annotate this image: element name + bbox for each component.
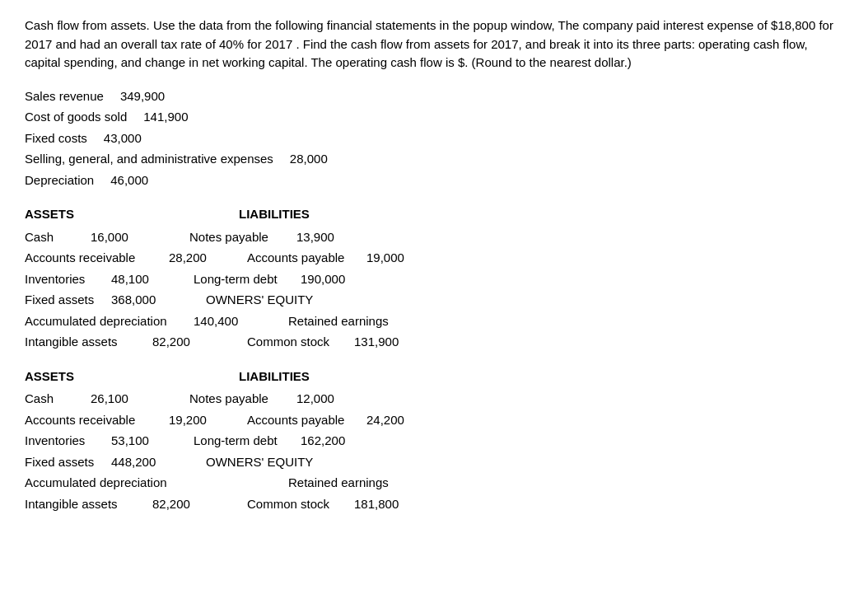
bs2016-ltd-label: Long-term debt [194,269,301,290]
bs2017-header: ASSETS LIABILITIES [25,366,843,387]
balance-sheet-2016: ASSETS LIABILITIES Cash 16,000 Notes pay… [25,204,843,353]
bs2016-fa-value: 368,000 [111,289,173,311]
depreciation-label: Depreciation [25,170,94,191]
intro-paragraph: Cash flow from assets. Use the data from… [25,16,843,73]
bs2016-ltd-value: 190,000 [301,269,345,290]
bs2017-ltd-label: Long-term debt [194,430,301,452]
bs2017-inv-value: 53,100 [111,430,161,452]
bs2016-oe-label: OWNERS' EQUITY [206,289,313,311]
bs2016-fa-label: Fixed assets [25,289,111,311]
sga-label: Selling, general, and administrative exp… [25,148,273,170]
bs2016-cash-value: 16,000 [91,227,156,248]
income-row-1: Sales revenue 349,900 [25,86,843,107]
fixed-costs-value: 43,000 [104,128,142,149]
bs2016-row-5: Accumulated depreciation 140,400 Retaine… [25,311,843,332]
sales-revenue-label: Sales revenue [25,86,104,107]
bs2016-row-2: Accounts receivable 28,200 Accounts paya… [25,247,843,269]
bs2016-row-4: Fixed assets 368,000 OWNERS' EQUITY [25,289,843,311]
bs2017-intang-label: Intangible assets [25,494,152,515]
bs2017-fa-value: 448,200 [111,452,173,473]
cogs-label: Cost of goods sold [25,106,127,128]
bs2017-inv-label: Inventories [25,430,111,452]
bs2016-intang-value: 82,200 [152,331,214,353]
bs2016-accdepr-value: 140,400 [194,311,255,332]
income-statement: Sales revenue 349,900 Cost of goods sold… [25,86,843,191]
income-row-5: Depreciation 46,000 [25,170,843,191]
bs2016-notespayable-value: 13,900 [296,227,334,248]
bs2017-cs-label: Common stock [247,494,354,515]
bs2016-row-3: Inventories 48,100 Long-term debt 190,00… [25,269,843,290]
income-row-2: Cost of goods sold 141,900 [25,106,843,128]
bs2016-notespayable-label: Notes payable [189,227,296,248]
fixed-costs-label: Fixed costs [25,128,87,149]
bs2017-row-2: Accounts receivable 19,200 Accounts paya… [25,409,843,431]
bs2017-assets-header: ASSETS [25,366,222,387]
bs2016-header: ASSETS LIABILITIES [25,204,843,225]
bs2016-cs-value: 131,900 [354,331,399,353]
bs2017-re-label: Retained earnings [288,472,389,494]
bs2017-row-6: Intangible assets 82,200 Common stock 18… [25,494,843,515]
bs2017-ap-value: 24,200 [366,409,404,431]
bs2016-accdepr-label: Accumulated depreciation [25,311,194,332]
bs2016-ar-value: 28,200 [169,247,214,269]
bs2017-accdepr-label: Accumulated depreciation [25,472,194,494]
income-row-4: Selling, general, and administrative exp… [25,148,843,170]
bs2016-ar-label: Accounts receivable [25,247,169,269]
bs2017-ap-label: Accounts payable [247,409,366,431]
sales-revenue-value: 349,900 [120,86,165,107]
bs2017-notespayable-label: Notes payable [189,388,296,409]
cogs-value: 141,900 [143,106,188,128]
bs2016-intang-label: Intangible assets [25,331,152,353]
bs2017-ltd-value: 162,200 [301,430,345,452]
bs2016-row-1: Cash 16,000 Notes payable 13,900 [25,227,843,248]
bs2017-liabilities-header: LIABILITIES [239,366,310,387]
balance-sheet-2017: ASSETS LIABILITIES Cash 26,100 Notes pay… [25,366,843,515]
bs2017-accdepr-value [194,472,255,494]
bs2016-ap-label: Accounts payable [247,247,366,269]
bs2016-cash-label: Cash [25,227,91,248]
bs2016-inv-label: Inventories [25,269,111,290]
bs2017-cash-value: 26,100 [91,388,156,409]
bs2017-ar-label: Accounts receivable [25,409,169,431]
bs2016-re-label: Retained earnings [288,311,389,332]
bs2016-inv-value: 48,100 [111,269,161,290]
bs2016-assets-header: ASSETS [25,204,222,225]
bs2017-notespayable-value: 12,000 [296,388,334,409]
bs2017-ar-value: 19,200 [169,409,214,431]
bs2017-cs-value: 181,800 [354,494,399,515]
bs2016-cs-label: Common stock [247,331,354,353]
depreciation-value: 46,000 [110,170,148,191]
bs2017-row-1: Cash 26,100 Notes payable 12,000 [25,388,843,409]
bs2017-oe-label: OWNERS' EQUITY [206,452,313,473]
bs2016-ap-value: 19,000 [366,247,404,269]
bs2017-cash-label: Cash [25,388,91,409]
bs2017-row-3: Inventories 53,100 Long-term debt 162,20… [25,430,843,452]
bs2016-row-6: Intangible assets 82,200 Common stock 13… [25,331,843,353]
bs2017-row-5: Accumulated depreciation Retained earnin… [25,472,843,494]
income-row-3: Fixed costs 43,000 [25,128,843,149]
bs2017-row-4: Fixed assets 448,200 OWNERS' EQUITY [25,452,843,473]
bs2017-intang-value: 82,200 [152,494,214,515]
bs2016-liabilities-header: LIABILITIES [239,204,310,225]
bs2017-fa-label: Fixed assets [25,452,111,473]
sga-value: 28,000 [290,148,328,170]
